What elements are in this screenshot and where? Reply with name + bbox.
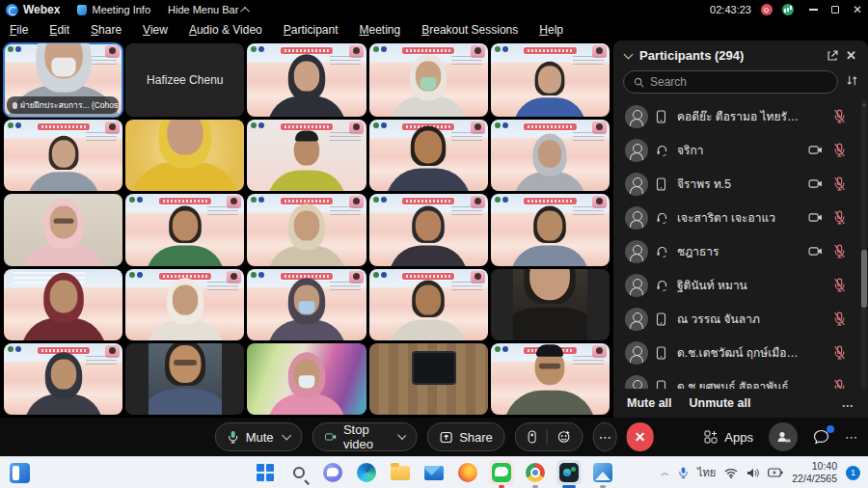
scroll-up-arrow[interactable]: ^ xyxy=(860,101,868,110)
menu-item[interactable]: Help xyxy=(539,23,563,37)
webex-taskbar-icon[interactable] xyxy=(556,460,582,485)
participant-row[interactable]: จริกา xyxy=(613,133,860,167)
leave-meeting-button[interactable]: ✕ xyxy=(627,422,654,451)
video-tile[interactable] xyxy=(369,269,488,340)
file-explorer-icon[interactable] xyxy=(388,460,413,485)
mic-muted-icon[interactable] xyxy=(833,210,846,225)
chat-button[interactable] xyxy=(813,429,829,445)
video-tile[interactable] xyxy=(125,343,244,415)
mute-button[interactable]: Mute xyxy=(215,422,303,451)
edge-icon[interactable] xyxy=(354,460,379,485)
maximize-button[interactable] xyxy=(831,6,839,14)
popout-panel-icon[interactable] xyxy=(827,50,838,62)
video-tile[interactable] xyxy=(369,194,488,265)
tray-microphone-icon[interactable] xyxy=(678,466,689,479)
video-tile[interactable] xyxy=(491,43,610,117)
video-tile[interactable] xyxy=(247,194,366,265)
participant-row[interactable]: ฐิตินันท์ หมาน xyxy=(613,268,860,302)
video-tile[interactable] xyxy=(247,43,366,117)
close-window-button[interactable]: ✕ xyxy=(853,4,862,15)
line-icon[interactable] xyxy=(489,460,514,485)
video-options-chevron-icon[interactable] xyxy=(397,431,406,440)
mail-icon[interactable] xyxy=(421,460,447,485)
menu-item[interactable]: Share xyxy=(91,23,122,37)
menu-item[interactable]: View xyxy=(143,23,168,37)
mute-all-button[interactable]: Mute all xyxy=(627,396,672,410)
video-tile[interactable] xyxy=(125,194,244,265)
video-tile[interactable] xyxy=(369,343,488,415)
battery-icon[interactable] xyxy=(768,468,783,477)
video-tile[interactable] xyxy=(247,269,366,340)
reactions-icon[interactable] xyxy=(557,430,571,444)
mic-muted-icon[interactable] xyxy=(833,345,846,360)
mic-muted-icon[interactable] xyxy=(833,312,846,326)
scrollbar-thumb[interactable] xyxy=(861,250,867,308)
participants-more-options-button[interactable]: … xyxy=(842,396,855,410)
video-tile[interactable] xyxy=(247,120,366,191)
sort-participants-icon[interactable] xyxy=(846,73,858,91)
tray-chevron-icon[interactable]: ︿ xyxy=(661,467,669,479)
participant-row[interactable]: คอดีย๊ะ ตือรามอ ไทยรัฐวิทยา 24 xyxy=(613,99,860,133)
meeting-info-button[interactable]: Meeting Info xyxy=(77,4,150,15)
volume-icon[interactable] xyxy=(746,468,759,478)
menu-item[interactable]: Participant xyxy=(284,23,339,37)
menu-item[interactable]: Meeting xyxy=(360,23,401,37)
participant-row[interactable]: ด.ช.ยศพนธ์ สัจจาพันธ์ xyxy=(613,369,860,389)
mic-muted-icon[interactable] xyxy=(833,176,846,191)
collapse-panel-icon[interactable] xyxy=(624,49,634,59)
video-tile[interactable] xyxy=(369,43,488,117)
video-tile[interactable] xyxy=(4,194,122,265)
panel-more-button[interactable]: ⋯ xyxy=(845,430,858,445)
menu-item[interactable]: Breakout Sessions xyxy=(421,23,518,37)
chrome-icon[interactable] xyxy=(523,460,548,485)
record-icon[interactable] xyxy=(528,430,537,444)
clock[interactable]: 10:40 22/4/2565 xyxy=(792,460,837,485)
close-panel-icon[interactable]: ✕ xyxy=(846,48,856,63)
video-tile[interactable]: ฝ่ายฝึกประสบการ... (Cohost...) xyxy=(4,43,122,117)
video-tile[interactable] xyxy=(369,120,488,191)
connection-quality-icon[interactable] xyxy=(782,4,794,15)
menu-item[interactable]: File xyxy=(10,23,28,37)
menu-item[interactable]: Audio & Video xyxy=(189,23,262,37)
mic-muted-icon[interactable] xyxy=(833,379,846,389)
participant-row[interactable]: จีราพร ท.5 xyxy=(613,167,860,201)
video-tile[interactable] xyxy=(491,269,610,340)
participant-row[interactable]: ณ วรรณ จันลาภ xyxy=(613,302,860,336)
wifi-icon[interactable] xyxy=(724,468,738,478)
notification-badge[interactable]: 1 xyxy=(846,466,860,480)
minimize-button[interactable] xyxy=(809,9,818,11)
firefox-icon[interactable] xyxy=(455,460,480,485)
video-tile[interactable] xyxy=(4,343,122,415)
unmute-all-button[interactable]: Unmute all xyxy=(690,396,751,410)
mic-muted-icon[interactable] xyxy=(833,278,846,292)
mic-muted-icon[interactable] xyxy=(833,244,846,258)
video-tile[interactable] xyxy=(247,343,366,415)
mic-muted-icon[interactable] xyxy=(833,143,846,157)
share-button[interactable]: Share xyxy=(426,422,505,451)
start-button[interactable] xyxy=(253,460,278,485)
teams-chat-icon[interactable] xyxy=(320,460,345,485)
photos-icon[interactable] xyxy=(590,460,615,485)
scrollbar-track[interactable] xyxy=(861,99,867,389)
participant-row[interactable]: ชฎาธาร xyxy=(613,234,860,268)
participant-row[interactable]: ด.ช.เตชวัฒน์ ฤกษ์เมือง ป.3/2... xyxy=(613,336,860,369)
stop-video-button[interactable]: Stop video xyxy=(312,422,418,451)
participants-list[interactable]: คอดีย๊ะ ตือรามอ ไทยรัฐวิทยา 24 จริกา จีร… xyxy=(613,99,868,389)
video-tile[interactable] xyxy=(491,194,610,265)
video-tile[interactable]: Hafizee Chenu xyxy=(125,43,244,117)
search-taskbar-icon[interactable] xyxy=(286,460,312,485)
video-tile[interactable] xyxy=(491,343,610,415)
participant-row[interactable]: เจะสาริตา เจะอาแว xyxy=(613,201,860,234)
video-tile[interactable] xyxy=(4,269,122,340)
hide-menu-bar-button[interactable]: Hide Menu Bar xyxy=(168,4,250,15)
more-options-button[interactable]: ⋯ xyxy=(593,422,617,451)
menu-item[interactable]: Edit xyxy=(49,23,69,37)
participants-search-input[interactable]: Search xyxy=(623,70,838,94)
video-tile[interactable] xyxy=(125,120,244,191)
mic-muted-icon[interactable] xyxy=(833,109,846,123)
video-tile[interactable] xyxy=(491,120,610,191)
widgets-icon[interactable] xyxy=(10,463,30,483)
video-tile[interactable] xyxy=(4,120,122,191)
video-tile[interactable] xyxy=(125,269,244,340)
apps-button[interactable]: Apps xyxy=(704,430,753,445)
